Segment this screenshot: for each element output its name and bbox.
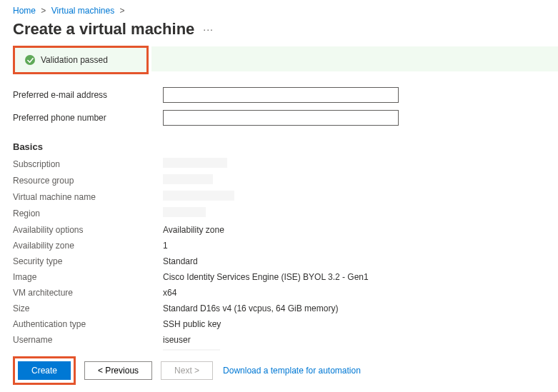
summary-value: 1 (163, 239, 168, 252)
redacted-value (163, 191, 234, 201)
download-template-link[interactable]: Download a template for automation (223, 366, 361, 376)
phone-label: Preferred phone number (13, 113, 163, 123)
redacted-value (163, 158, 227, 168)
summary-value: iseuser (163, 333, 191, 346)
breadcrumb-virtual-machines[interactable]: Virtual machines (51, 6, 115, 16)
summary-label: VM architecture (13, 286, 163, 299)
create-button[interactable]: Create (18, 361, 71, 380)
previous-button[interactable]: < Previous (84, 361, 152, 380)
breadcrumb: Home > Virtual machines > (0, 0, 558, 19)
summary-label: Authentication type (13, 318, 163, 331)
phone-field[interactable] (163, 110, 399, 126)
summary-value: Cisco Identity Services Engine (ISE) BYO… (163, 271, 369, 283)
redacted-value (163, 174, 213, 184)
summary-label: Region (13, 207, 163, 221)
more-icon[interactable]: ··· (203, 24, 214, 35)
validation-banner: Validation passed (15, 48, 146, 72)
summary-label: Security type (13, 255, 163, 268)
summary-label: Availability zone (13, 239, 163, 252)
footer-bar: Create < Previous Next > Download a temp… (0, 351, 558, 392)
next-button: Next > (161, 361, 213, 380)
page-title: Create a virtual machine (13, 20, 194, 39)
summary-value (163, 191, 234, 204)
chevron-right-icon: > (120, 6, 125, 16)
summary-label: Resource group (13, 174, 163, 188)
validation-banner-background (151, 46, 558, 71)
email-field[interactable] (163, 87, 399, 103)
validation-highlight: Validation passed (13, 46, 149, 74)
breadcrumb-home[interactable]: Home (13, 6, 36, 16)
validation-message: Validation passed (41, 55, 108, 65)
summary-value: x64 (163, 286, 176, 299)
summary-value (163, 207, 206, 221)
create-highlight: Create (13, 356, 76, 385)
summary-value: Standard D16s v4 (16 vcpus, 64 GiB memor… (163, 302, 338, 315)
check-circle-icon (25, 55, 35, 65)
redacted-value (163, 207, 206, 217)
page-title-row: Create a virtual machine ··· (0, 19, 558, 46)
summary-value: Availability zone (163, 223, 224, 236)
chevron-right-icon: > (41, 6, 46, 16)
email-label: Preferred e-mail address (13, 90, 163, 100)
summary-value (163, 174, 213, 188)
summary-label: Size (13, 302, 163, 315)
summary-label: Image (13, 271, 163, 283)
summary-label: Subscription (13, 158, 163, 171)
summary-value: Standard (163, 255, 198, 268)
summary-label: Availability options (13, 223, 163, 236)
summary-value: SSH public key (163, 318, 221, 331)
summary-label: Username (13, 333, 163, 346)
summary-value (163, 158, 227, 171)
section-title-basics: Basics (13, 141, 545, 152)
summary-label: Virtual machine name (13, 191, 163, 204)
